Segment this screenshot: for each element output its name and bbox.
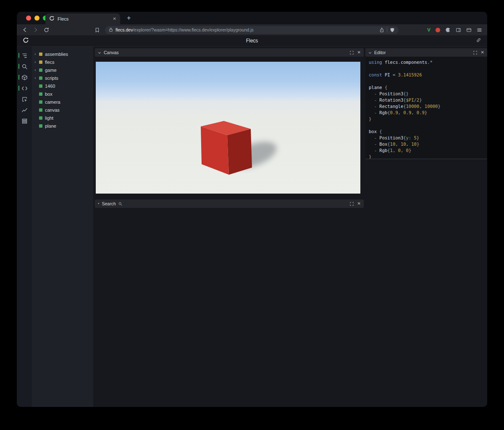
entity-kind-swatch	[39, 116, 42, 120]
inspect-icon[interactable]	[17, 94, 32, 105]
app-title: Flecs	[17, 38, 487, 44]
lock-icon	[109, 26, 113, 34]
url-text: flecs.dev/explorer/?wasm=https://www.fle…	[116, 27, 377, 32]
tree-item-game[interactable]: ›game	[32, 66, 93, 74]
menu-icon[interactable]	[477, 27, 482, 33]
shield-icon[interactable]	[390, 27, 395, 33]
chevron-down-icon[interactable]	[98, 49, 101, 56]
code-line	[369, 122, 484, 128]
chevron-right-icon[interactable]: ›	[34, 76, 38, 80]
entity-tree-panel: ›assemblies›flecs›game›scripts1460boxcam…	[32, 47, 93, 407]
entity-kind-swatch	[39, 100, 42, 104]
flecs-logo-icon[interactable]	[23, 37, 29, 45]
tab-close-icon[interactable]: ✕	[113, 17, 116, 21]
tree-item-label: plane	[45, 123, 56, 128]
tree-item-label: scripts	[45, 76, 58, 81]
expand-icon[interactable]	[473, 49, 477, 56]
entity-kind-swatch	[39, 60, 42, 64]
tree-item-canvas[interactable]: canvas	[32, 106, 93, 114]
tree-item-plane[interactable]: plane	[32, 122, 93, 130]
editor-code[interactable]: using flecs.components.* const PI = 3.14…	[365, 57, 487, 159]
extensions-puzzle-icon[interactable]	[445, 27, 451, 33]
chevron-right-icon[interactable]: ›	[34, 52, 38, 56]
red-cube-render	[96, 62, 360, 194]
tree-item-box[interactable]: box	[32, 90, 93, 98]
entity-kind-swatch	[39, 84, 42, 88]
code-line: - Position3{}	[369, 91, 484, 97]
bookmark-icon[interactable]	[94, 27, 100, 33]
app-header: Flecs	[17, 35, 487, 47]
close-icon[interactable]: ✕	[481, 50, 484, 55]
sidebar-toggle-icon[interactable]	[456, 27, 461, 33]
url-path: /explorer/?wasm=https://www.flecs.dev/ex…	[133, 27, 253, 32]
entity-tree: ›assemblies›flecs›game›scripts1460boxcam…	[32, 50, 93, 130]
close-window-button[interactable]	[26, 16, 31, 21]
address-bar[interactable]: flecs.dev/explorer/?wasm=https://www.fle…	[105, 26, 399, 34]
package-icon[interactable]	[17, 72, 32, 83]
entity-kind-swatch	[39, 52, 42, 56]
browser-window: Flecs ✕ + flecs.dev/explorer/?wasm=https…	[17, 12, 487, 407]
code-line: }	[369, 154, 484, 159]
forward-icon[interactable]	[33, 27, 39, 33]
expand-icon[interactable]	[350, 200, 354, 207]
tool-sidebar	[17, 47, 32, 407]
tree-item-camera[interactable]: camera	[32, 98, 93, 106]
tree-item-label: assemblies	[45, 52, 68, 57]
cube-right-face	[227, 129, 252, 175]
tree-item-flecs[interactable]: ›flecs	[32, 58, 93, 66]
code-line: - Rgb{1, 0, 0}	[369, 147, 484, 154]
canvas-3d-viewport[interactable]	[96, 62, 360, 194]
code-line: }	[369, 116, 484, 122]
search-icon[interactable]	[17, 61, 32, 72]
link-icon[interactable]	[476, 37, 481, 45]
browser-toolbar: flecs.dev/explorer/?wasm=https://www.fle…	[17, 24, 487, 35]
back-icon[interactable]	[22, 27, 28, 33]
search-panel-header[interactable]: • Search ✕	[95, 199, 364, 208]
code-line: box {	[369, 128, 484, 135]
code-line: - Position3{y: 5}	[369, 135, 484, 141]
collapsed-bullet-icon[interactable]: •	[98, 202, 100, 206]
code-line	[369, 66, 484, 72]
reload-icon[interactable]	[44, 27, 49, 33]
browser-tab-flecs[interactable]: Flecs ✕	[45, 13, 120, 24]
new-tab-button[interactable]: +	[127, 12, 131, 24]
tree-item-label: game	[45, 68, 57, 73]
code-icon[interactable]	[17, 83, 32, 94]
tab-bar: Flecs ✕ +	[17, 12, 487, 24]
tree-item-label: canvas	[45, 108, 60, 113]
tree-item-label: box	[45, 92, 52, 97]
chevron-right-icon[interactable]: ›	[34, 68, 38, 72]
chevron-down-icon[interactable]	[368, 49, 372, 56]
minimize-window-button[interactable]	[34, 16, 39, 21]
tab-favicon-flecs-logo	[49, 15, 55, 23]
toolbar-divider	[387, 27, 387, 32]
entity-kind-swatch	[39, 76, 42, 80]
close-icon[interactable]: ✕	[357, 50, 361, 55]
tree-item-1460[interactable]: 1460	[32, 82, 93, 90]
recorder-icon[interactable]	[436, 28, 440, 32]
tab-title: Flecs	[58, 16, 110, 21]
wallet-icon[interactable]	[466, 27, 472, 33]
app-content: ›assemblies›flecs›game›scripts1460boxcam…	[17, 47, 487, 407]
entity-tree-icon[interactable]	[17, 50, 32, 61]
editor-panel-title: Editor	[374, 50, 386, 55]
tree-item-label: camera	[45, 100, 60, 105]
tree-item-label: flecs	[45, 60, 55, 65]
share-icon[interactable]	[379, 27, 384, 33]
search-panel-title: Search	[102, 201, 116, 206]
chevron-right-icon[interactable]: ›	[34, 60, 38, 64]
tree-item-assemblies[interactable]: ›assemblies	[32, 50, 93, 58]
expand-icon[interactable]	[350, 49, 354, 56]
code-line: - Rotation3{$PI/2}	[369, 97, 484, 103]
entity-kind-swatch	[39, 92, 42, 96]
canvas-panel-header[interactable]: Canvas ✕	[95, 48, 364, 57]
tree-item-light[interactable]: light	[32, 114, 93, 122]
tree-item-scripts[interactable]: ›scripts	[32, 74, 93, 82]
vimium-badge[interactable]: V	[427, 27, 430, 32]
editor-panel-header[interactable]: Editor ✕	[365, 48, 487, 57]
code-line: const PI = 3.1415926	[369, 72, 484, 78]
stats-icon[interactable]	[17, 105, 32, 115]
code-line	[369, 78, 484, 84]
queries-icon[interactable]	[17, 115, 32, 126]
close-icon[interactable]: ✕	[357, 202, 361, 206]
